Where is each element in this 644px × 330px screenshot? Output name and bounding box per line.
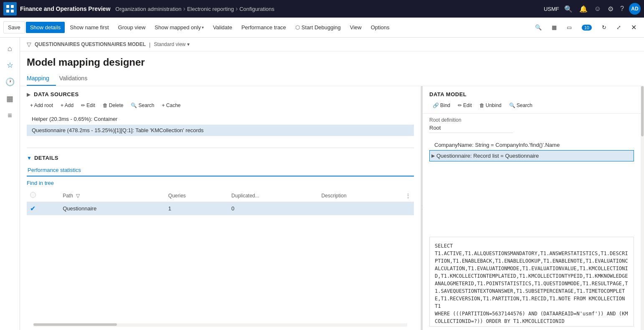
breadcrumb-electronic-reporting[interactable]: Electronic reporting [187, 6, 234, 12]
sidebar-recent-icon[interactable]: 🕐 [3, 74, 18, 90]
edit-datasource-button[interactable]: ✏ Edit [78, 101, 99, 110]
validate-button[interactable]: Validate [209, 22, 236, 33]
top-nav-right: USMF 🔍 🔔 ☺ ⚙ ? AD [544, 3, 641, 15]
h-scrollbar-thumb[interactable] [33, 323, 117, 326]
options-button[interactable]: Options [367, 22, 394, 33]
breadcrumb-org-admin[interactable]: Organization administration [115, 6, 181, 12]
h-scrollbar-container [27, 321, 414, 327]
toolbar-search-button[interactable]: 🔍 [531, 22, 546, 33]
tree-item-questionnaire[interactable]: Questionnaire (478.2ms - 15.25%)[1][Q:1]… [27, 125, 414, 136]
search-datasource-icon: 🔍 [131, 102, 137, 108]
toolbar-close-button[interactable]: ✕ [627, 21, 641, 34]
path-filter-icon[interactable]: ▽ [76, 193, 80, 199]
search-model-icon: 🔍 [509, 102, 515, 108]
right-scrollbar-thumb[interactable] [641, 86, 644, 136]
page-title: Model mapping designer [20, 51, 644, 72]
questionnaire-expand-icon[interactable]: ▶ [431, 153, 435, 159]
tree-item-helper[interactable]: Helper (20.3ms - 0.65%): Container [27, 113, 414, 125]
data-sources-actions: + Add root + Add ✏ Edit 🗑 Delete 🔍 Se [27, 101, 414, 110]
add-root-button[interactable]: + Add root [27, 101, 56, 110]
details-table-header-row: Path ▽ Queries Duplicated... Description… [27, 189, 414, 202]
details-title: DETAILS [34, 155, 58, 161]
svg-rect-2 [6, 10, 9, 13]
debug-icon: ⬡ [295, 24, 300, 31]
tab-validations[interactable]: Validations [59, 72, 94, 86]
group-view-button[interactable]: Group view [114, 22, 150, 33]
toolbar-panel-icon[interactable]: ▭ [563, 22, 576, 33]
row-select[interactable]: ✔ [27, 202, 59, 215]
toolbar-counter-badge[interactable]: 10 [578, 22, 596, 33]
unbind-button[interactable]: 🗑 Unbind [476, 101, 505, 110]
breadcrumb-configurations[interactable]: Configurations [239, 6, 274, 12]
sql-panel[interactable]: SELECT T1.ACTIVE,T1.ALLQUESTIONSMANDATOR… [429, 237, 634, 327]
sidebar-modules-icon[interactable]: ≡ [3, 108, 18, 123]
user-avatar[interactable]: AD [629, 3, 641, 15]
sidebar-home-icon[interactable]: ⌂ [3, 41, 18, 56]
edit-model-button[interactable]: ✏ Edit [454, 101, 475, 110]
help-icon[interactable]: ? [619, 3, 626, 14]
performance-statistics-tab[interactable]: Performance statistics [27, 164, 414, 177]
left-pane: ▶ DATA SOURCES + Add root + Add ✏ Edit 🗑… [20, 86, 421, 330]
table-row[interactable]: ✔ Questionnaire 1 0 [27, 202, 414, 215]
find-in-tree-link[interactable]: Find in tree [27, 180, 414, 186]
notifications-icon[interactable]: 🔔 [578, 3, 589, 15]
data-sources-toggle[interactable]: ▶ [27, 92, 30, 97]
unbind-icon: 🗑 [479, 102, 484, 108]
filter-icon[interactable]: ▽ [27, 41, 31, 48]
tab-mapping[interactable]: Mapping [27, 72, 56, 86]
main-layout: ⌂ ☆ 🕐 ▦ ≡ ▽ QUESTIONNAIRES QUESTIONNAIRE… [0, 38, 644, 330]
data-model-title: DATA MODEL [429, 91, 634, 97]
toolbar-refresh-icon[interactable]: ↻ [598, 22, 611, 33]
model-tree-item-questionnaire[interactable]: ▶ Questionnaire: Record list = Questionn… [429, 150, 634, 161]
breadcrumb-pipe: | [149, 41, 150, 48]
description-menu-icon[interactable]: ⋮ [406, 193, 411, 199]
standard-view-arrow: ▾ [187, 41, 190, 47]
sql-panel-container: SELECT T1.ACTIVE,T1.ALLQUESTIONSMANDATOR… [429, 237, 634, 327]
breadcrumb-bar: ▽ QUESTIONNAIRES QUESTIONNAIRES MODEL | … [20, 38, 644, 51]
sidebar-star-icon[interactable]: ☆ [3, 58, 18, 73]
start-debugging-button[interactable]: ⬡ Start Debugging [291, 22, 345, 33]
show-details-button[interactable]: Show details [26, 22, 65, 33]
show-name-first-button[interactable]: Show name first [66, 22, 113, 33]
details-header: ▼ DETAILS [27, 155, 414, 161]
model-tree-item-companyname[interactable]: CompanyName: String = CompanyInfo.'find(… [429, 140, 634, 150]
app-name: Finance and Operations Preview [20, 5, 110, 12]
bind-button[interactable]: 🔗 Bind [429, 101, 454, 110]
search-model-button[interactable]: 🔍 Search [506, 101, 536, 110]
delete-datasource-button[interactable]: 🗑 Delete [99, 101, 127, 110]
root-definition-label: Root definition [429, 117, 634, 123]
h-scrollbar[interactable] [33, 323, 407, 327]
breadcrumb-sep-2: › [236, 5, 238, 13]
sidebar-calendar-icon[interactable]: ▦ [3, 91, 18, 106]
performance-trace-button[interactable]: Performance trace [237, 22, 290, 33]
top-navigation: Finance and Operations Preview Organizat… [0, 0, 644, 18]
data-model-actions: 🔗 Bind ✏ Edit 🗑 Unbind 🔍 [429, 101, 634, 110]
data-model-tree: CompanyName: String = CompanyInfo.'find(… [423, 136, 641, 233]
row-path: Questionnaire [59, 202, 165, 215]
view-button[interactable]: View [346, 22, 366, 33]
emoji-icon[interactable]: ☺ [593, 3, 603, 14]
root-definition-value: Root [429, 125, 513, 133]
save-button[interactable]: Save [3, 21, 25, 33]
edit-model-icon: ✏ [458, 102, 462, 108]
details-table-head: Path ▽ Queries Duplicated... Description… [27, 189, 414, 202]
right-scrollbar[interactable] [641, 86, 644, 330]
details-toggle[interactable]: ▼ [27, 155, 32, 161]
standard-view-dropdown[interactable]: Standard view ▾ [154, 41, 190, 47]
col-description: Description ⋮ [318, 189, 414, 202]
split-content: ▶ DATA SOURCES + Add root + Add ✏ Edit 🗑… [20, 86, 644, 330]
cache-button[interactable]: + Cache [158, 101, 184, 110]
search-icon[interactable]: 🔍 [563, 3, 574, 15]
select-all-radio[interactable] [30, 192, 36, 198]
details-table: Path ▽ Queries Duplicated... Description… [27, 189, 414, 215]
add-button[interactable]: + Add [57, 101, 77, 110]
toolbar-expand-icon[interactable]: ⤢ [612, 22, 625, 33]
apps-button[interactable] [3, 2, 17, 15]
main-tabs: Mapping Validations [20, 72, 644, 86]
search-datasource-button[interactable]: 🔍 Search [127, 101, 157, 110]
data-model-header: DATA MODEL 🔗 Bind ✏ Edit 🗑 Unbind [423, 86, 641, 114]
settings-icon[interactable]: ⚙ [606, 3, 615, 15]
toolbar-grid-icon[interactable]: ▦ [548, 22, 561, 33]
show-mapped-only-dropdown[interactable]: Show mapped only ▾ [150, 22, 208, 33]
col-path: Path ▽ [59, 189, 165, 202]
